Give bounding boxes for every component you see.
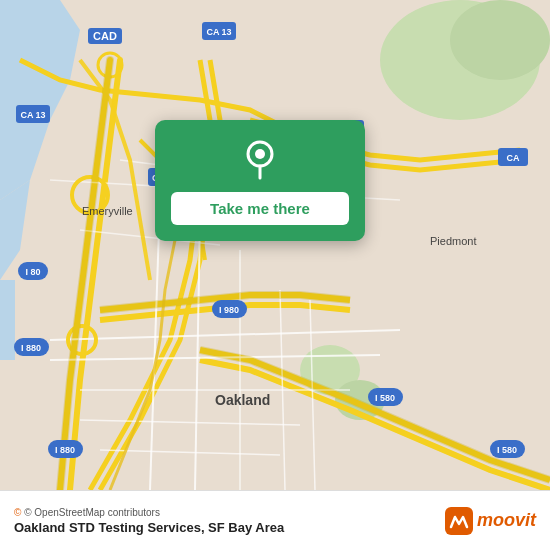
svg-text:I 80: I 80 [25, 267, 40, 277]
svg-text:I 880: I 880 [55, 445, 75, 455]
svg-point-5 [450, 0, 550, 80]
popup-card: Take me there [155, 120, 365, 241]
bottom-info: © © OpenStreetMap contributors Oakland S… [14, 507, 284, 535]
take-me-there-button[interactable]: Take me there [171, 192, 349, 225]
svg-text:Oakland: Oakland [215, 392, 270, 408]
svg-text:I 980: I 980 [219, 305, 239, 315]
osm-attribution: © © OpenStreetMap contributors [14, 507, 284, 518]
location-title: Oakland STD Testing Services, SF Bay Are… [14, 520, 284, 535]
location-pin-icon [238, 138, 282, 182]
moovit-logo: moovit [445, 507, 536, 535]
svg-text:I 580: I 580 [497, 445, 517, 455]
svg-point-50 [255, 149, 265, 159]
cad-badge: CAD [88, 28, 122, 44]
bottom-bar: © © OpenStreetMap contributors Oakland S… [0, 490, 550, 550]
svg-text:CA 13: CA 13 [20, 110, 45, 120]
moovit-brand-icon [445, 507, 473, 535]
osm-link-icon: © [14, 507, 21, 518]
svg-text:CA 13: CA 13 [206, 27, 231, 37]
map-background: Oakland Emeryville Piedmont CA 13 CA 13 … [0, 0, 550, 490]
svg-rect-51 [445, 507, 473, 535]
svg-text:CA: CA [507, 153, 520, 163]
map-container: Oakland Emeryville Piedmont CA 13 CA 13 … [0, 0, 550, 490]
svg-text:I 880: I 880 [21, 343, 41, 353]
moovit-text: moovit [477, 510, 536, 531]
osm-attribution-text: © OpenStreetMap contributors [24, 507, 160, 518]
svg-text:Piedmont: Piedmont [430, 235, 476, 247]
svg-text:I 580: I 580 [375, 393, 395, 403]
svg-rect-3 [0, 280, 15, 360]
svg-text:Emeryville: Emeryville [82, 205, 133, 217]
